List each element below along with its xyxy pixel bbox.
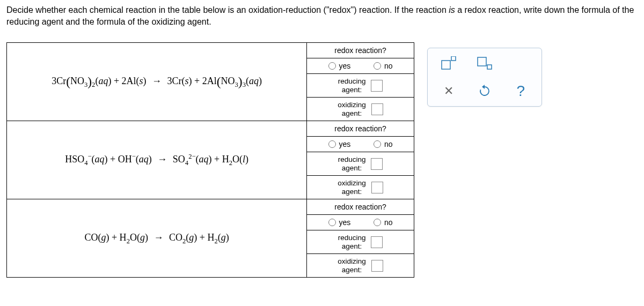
- svg-rect-2: [478, 57, 486, 66]
- svg-rect-3: [487, 65, 492, 69]
- instructions: Decide whether each chemical reaction in…: [6, 4, 638, 27]
- redox-yes-option[interactable]: yes: [328, 218, 351, 227]
- yes-label: yes: [339, 218, 351, 227]
- reducing-agent-label: reducingagent:: [338, 155, 366, 172]
- redox-yes-option[interactable]: yes: [328, 140, 351, 148]
- redox-no-option[interactable]: no: [374, 62, 393, 70]
- no-label: no: [384, 62, 393, 70]
- toolbox: ✕ ?: [427, 48, 542, 107]
- redox-question-label: redox reaction?: [307, 43, 414, 58]
- no-label: no: [384, 140, 393, 148]
- superscript-tool[interactable]: [439, 54, 458, 73]
- reaction-equation: CO(g) + H2O(g) → CO2(g) + H2(g): [7, 199, 307, 278]
- reducing-agent-label: reducingagent:: [338, 77, 366, 94]
- oxidizing-agent-input[interactable]: [371, 260, 383, 272]
- reaction-equation: 3Cr(NO3)2(aq) + 2Al(s) → 3Cr(s) + 2Al(NO…: [7, 43, 307, 121]
- clear-tool[interactable]: ✕: [439, 81, 458, 101]
- reaction-equation: HSO4−(aq) + OH−(aq) → SO42−(aq) + H2O(l): [7, 121, 307, 199]
- reducing-agent-input[interactable]: [371, 236, 383, 248]
- reducing-agent-label: reducingagent:: [338, 234, 366, 250]
- subscript-tool[interactable]: [475, 54, 494, 73]
- redox-no-option[interactable]: no: [374, 140, 393, 148]
- redox-question-label: redox reaction?: [307, 199, 414, 215]
- reset-tool[interactable]: [475, 81, 494, 101]
- reactions-table: 3Cr(NO3)2(aq) + 2Al(s) → 3Cr(s) + 2Al(NO…: [6, 42, 414, 278]
- oxidizing-agent-row: oxidizingagent:: [307, 98, 414, 121]
- instructions-part1: Decide whether each chemical reaction in…: [6, 5, 449, 14]
- redox-question-label: redox reaction?: [307, 121, 414, 137]
- oxidizing-agent-row: oxidizingagent:: [307, 176, 414, 199]
- oxidizing-agent-input[interactable]: [371, 103, 383, 115]
- yes-label: yes: [339, 62, 351, 70]
- no-label: no: [384, 218, 393, 227]
- redox-yes-radio[interactable]: [328, 62, 336, 70]
- instructions-emph: is: [449, 5, 455, 14]
- redox-radio-group: yes no: [307, 58, 414, 74]
- reducing-agent-input[interactable]: [371, 158, 383, 170]
- reducing-agent-row: reducingagent:: [307, 74, 414, 98]
- reducing-agent-input[interactable]: [371, 80, 383, 92]
- reaction-controls: redox reaction? yes no reducingagent: ox…: [307, 121, 414, 199]
- oxidizing-agent-label: oxidizingagent:: [338, 179, 366, 196]
- oxidizing-agent-label: oxidizingagent:: [338, 101, 366, 117]
- oxidizing-agent-input[interactable]: [371, 182, 383, 193]
- redox-yes-option[interactable]: yes: [328, 62, 351, 70]
- svg-rect-0: [442, 61, 450, 69]
- yes-label: yes: [339, 140, 351, 148]
- redox-yes-radio[interactable]: [328, 219, 336, 226]
- redox-radio-group: yes no: [307, 215, 414, 230]
- redox-no-radio[interactable]: [374, 62, 381, 70]
- svg-rect-1: [451, 56, 456, 61]
- help-tool[interactable]: ?: [511, 81, 530, 101]
- redox-no-radio[interactable]: [374, 219, 381, 226]
- redox-yes-radio[interactable]: [328, 140, 336, 148]
- redox-no-radio[interactable]: [374, 140, 381, 148]
- oxidizing-agent-row: oxidizingagent:: [307, 254, 414, 277]
- reaction-controls: redox reaction? yes no reducingagent: ox…: [307, 199, 414, 278]
- redox-radio-group: yes no: [307, 137, 414, 152]
- reducing-agent-row: reducingagent:: [307, 230, 414, 254]
- redox-no-option[interactable]: no: [374, 218, 393, 227]
- oxidizing-agent-label: oxidizingagent:: [338, 257, 366, 274]
- reducing-agent-row: reducingagent:: [307, 152, 414, 176]
- reaction-controls: redox reaction? yes no reducingagent: ox…: [307, 43, 414, 121]
